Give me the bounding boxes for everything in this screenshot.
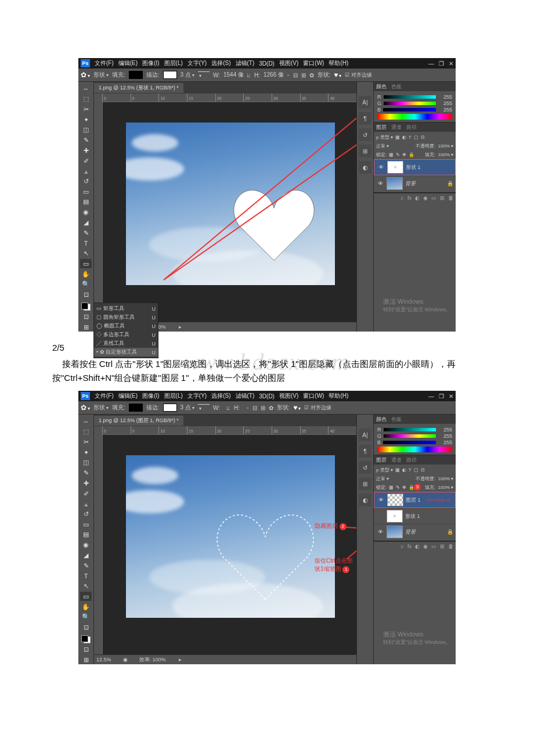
crop-tool-icon[interactable]: ◫ (80, 125, 92, 135)
paths-tab[interactable]: 路径 (406, 456, 417, 464)
move-tool-icon[interactable]: ↔ (80, 417, 92, 426)
kind-image-icon[interactable]: ▦ (395, 135, 400, 140)
swatch-tab[interactable]: 色板 (391, 416, 402, 423)
menu-layer[interactable]: 图层(L) (164, 392, 183, 400)
stroke-width[interactable]: 3 点 (181, 404, 194, 412)
pen-tool-icon[interactable]: ✎ (80, 228, 92, 237)
menu-layer[interactable]: 图层(L) (164, 59, 183, 67)
mask-icon[interactable]: ◐ (415, 543, 420, 549)
close-icon[interactable]: ✕ (449, 60, 453, 67)
flyout-custom[interactable]: • ✿ 自定形状工具U (94, 348, 158, 357)
document-tab[interactable]: 1.png @ 12.5% (图层 1, RGB/8*) * (94, 416, 183, 426)
blur-tool-icon[interactable]: ◉ (80, 208, 92, 217)
move-tool-icon[interactable]: ↔ (80, 84, 92, 93)
new-layer-icon[interactable]: ⊞ (440, 543, 445, 549)
visibility-eye-icon[interactable]: 👁 (377, 497, 385, 503)
swatch-tab[interactable]: 色板 (391, 83, 402, 91)
flyout-ellipse[interactable]: ◯ 椭圆工具U (94, 322, 158, 330)
group-icon[interactable]: ▭ (431, 543, 436, 549)
align-edges-checkbox[interactable]: ☑ 对齐边缘 (345, 71, 372, 79)
group-icon[interactable]: ▭ (431, 195, 436, 201)
new-layer-icon[interactable]: ⊞ (440, 195, 445, 201)
dodge-tool-icon[interactable]: ◢ (80, 551, 92, 560)
gradient-tool-icon[interactable]: ▤ (80, 530, 92, 539)
toggle-icon[interactable]: ⊡ (80, 290, 92, 300)
kind-type-icon[interactable]: T (409, 467, 412, 473)
menu-help[interactable]: 帮助(H) (329, 59, 348, 67)
lock-trans-icon[interactable]: ▦ (389, 152, 394, 157)
kind-filter[interactable]: p 类型 (376, 467, 393, 473)
visibility-eye-icon[interactable]: 👁 (377, 164, 385, 170)
layers-tab[interactable]: 图层 (376, 456, 387, 464)
char-panel-icon[interactable]: A| (359, 429, 371, 441)
g-slider[interactable] (384, 434, 436, 438)
eyedropper-tool-icon[interactable]: ✎ (80, 136, 92, 145)
type-tool-icon[interactable]: T (80, 571, 92, 581)
wand-tool-icon[interactable]: ✦ (80, 115, 92, 124)
kind-adjust-icon[interactable]: ◐ (402, 135, 406, 140)
kind-filter[interactable]: p 类型 (376, 134, 393, 141)
flyout-line[interactable]: ╱ 直线工具U (94, 339, 158, 348)
stamp-tool-icon[interactable]: ⟁ (80, 167, 92, 176)
link-layers-icon[interactable]: ⟀ (401, 195, 404, 201)
path-ops-icon[interactable]: ▫ (247, 405, 249, 411)
layer-row-shape1[interactable]: 👁 ♥ 形状 1 (374, 159, 456, 175)
layer-name[interactable]: 形状 1 (405, 513, 420, 520)
delete-layer-icon[interactable]: 🗑 (448, 543, 453, 549)
layer-row-bg[interactable]: 👁 背景 🔒 (374, 175, 456, 191)
quickmask-icon[interactable]: ⊡ (80, 312, 92, 321)
zoom-indicator[interactable]: 12.5% (96, 657, 111, 663)
blur-tool-icon[interactable]: ◉ (80, 541, 92, 550)
kind-type-icon[interactable]: T (409, 135, 412, 140)
menu-type[interactable]: 文字(Y) (187, 392, 207, 400)
type-tool-icon[interactable]: T (80, 239, 92, 248)
stroke-swatch[interactable] (163, 404, 177, 412)
document-tab[interactable]: 1.png @ 12.5% (形状 1, RGB/8*) * (94, 83, 183, 93)
char-panel-icon[interactable]: A| (359, 96, 371, 109)
menu-select[interactable]: 选择(S) (211, 392, 230, 400)
opacity-value[interactable]: 100% (438, 476, 453, 481)
layer-name[interactable]: 形状 1 (406, 164, 421, 171)
history-brush-tool-icon[interactable]: ↺ (80, 177, 92, 186)
arrange-icon[interactable]: ⊞ (261, 405, 265, 411)
adjustment-icon[interactable]: ◉ (423, 543, 428, 549)
flyout-poly[interactable]: ◇ 多边形工具U (94, 330, 158, 339)
visibility-eye-icon[interactable]: 👁 (376, 529, 384, 535)
blend-mode[interactable]: 正常 (376, 143, 389, 149)
lock-move-icon[interactable]: ✥ (402, 485, 406, 490)
tool-preset-icon[interactable]: ✿ (81, 71, 90, 79)
marquee-tool-icon[interactable]: ⬚ (80, 427, 92, 437)
layer-thumb[interactable]: ♥ (387, 510, 403, 523)
menu-edit[interactable]: 编辑(E) (118, 392, 138, 400)
channels-tab[interactable]: 通道 (391, 456, 402, 464)
zoom-tool-icon[interactable]: 🔍 (80, 613, 92, 622)
color-tab[interactable]: 颜色 (376, 416, 387, 423)
menu-image[interactable]: 图像(I) (142, 59, 159, 67)
layer-row-layer1[interactable]: 👁 图层 1 Ctrl+Shift+N (374, 492, 456, 508)
channels-tab[interactable]: 通道 (391, 124, 402, 131)
layer-row-shape1[interactable]: ⬚ ♥ 形状 1 (374, 508, 456, 524)
history-panel-icon[interactable]: ↺ (359, 461, 371, 474)
lock-all-icon[interactable]: 🔒 (409, 152, 414, 157)
menu-filter[interactable]: 滤镜(T) (236, 59, 255, 67)
minimize-icon[interactable]: — (428, 393, 434, 399)
color-spectrum[interactable] (377, 114, 452, 120)
crop-tool-icon[interactable]: ◫ (80, 458, 92, 467)
link-icon[interactable]: ⟀ (247, 72, 251, 78)
dodge-tool-icon[interactable]: ◢ (80, 218, 92, 228)
stroke-style[interactable] (198, 404, 210, 411)
fill-value[interactable]: 100% (438, 485, 453, 490)
menu-select[interactable]: 选择(S) (211, 59, 230, 67)
arrange-icon[interactable]: ⊞ (301, 72, 306, 78)
visibility-eye-icon[interactable]: ⬚ (376, 513, 384, 519)
menu-file[interactable]: 文件(F) (95, 392, 114, 400)
visibility-eye-icon[interactable]: 👁 (376, 181, 384, 186)
foreground-background-colors[interactable] (81, 303, 91, 311)
gear-icon[interactable]: ✿ (269, 405, 273, 411)
quickmask-icon[interactable]: ⊡ (80, 645, 92, 654)
mask-icon[interactable]: ◐ (415, 195, 420, 201)
para-panel-icon[interactable]: ¶ (359, 445, 371, 458)
layer-name[interactable]: 背景 (405, 528, 416, 536)
history-brush-tool-icon[interactable]: ↺ (80, 510, 92, 519)
menu-window[interactable]: 窗口(W) (303, 59, 324, 67)
